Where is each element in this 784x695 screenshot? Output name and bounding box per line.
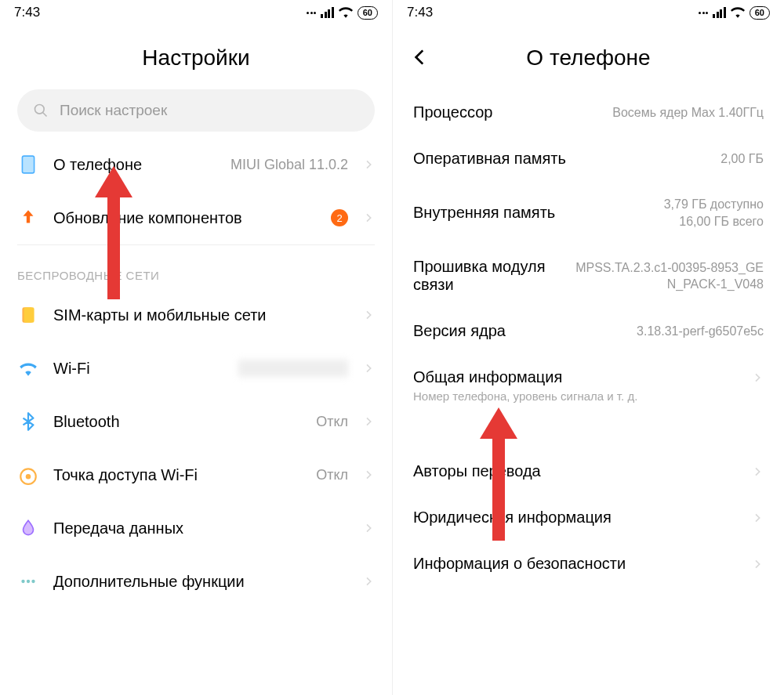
- row-hotspot[interactable]: Точка доступа Wi-Fi Откл: [0, 448, 392, 501]
- svg-rect-4: [24, 307, 34, 323]
- row-label: Прошивка модуля связи: [413, 258, 561, 294]
- chevron-right-icon: [362, 575, 375, 588]
- svg-point-6: [21, 580, 24, 583]
- signal-dots-icon: [699, 12, 708, 14]
- hotspot-icon: [17, 464, 39, 486]
- row-value: MIUI Global 11.0.2: [230, 157, 348, 173]
- row-cpu[interactable]: Процессор Восемь ядер Max 1.40ГГц: [393, 89, 784, 136]
- row-label: Передача данных: [53, 519, 348, 538]
- row-label: Оперативная память: [413, 150, 566, 168]
- row-label: Авторы перевода: [413, 462, 541, 480]
- battery-icon: 60: [750, 6, 770, 20]
- page-header: О телефоне: [393, 25, 784, 89]
- back-button[interactable]: [410, 47, 430, 67]
- chevron-right-icon: [751, 558, 764, 570]
- row-value: 2,00 ГБ: [720, 150, 764, 168]
- badge-count: 2: [331, 209, 348, 226]
- row-label: Информация о безопасности: [413, 555, 626, 573]
- row-update-components[interactable]: Обновление компонентов 2: [0, 191, 392, 244]
- page-title: Настройки: [0, 45, 392, 71]
- row-label: Дополнительные функции: [53, 573, 348, 591]
- page-title: О телефоне: [393, 45, 784, 71]
- row-storage[interactable]: Внутренняя память 3,79 ГБ доступно 16,00…: [393, 182, 784, 244]
- phone-right: 7:43 60 О телефоне Процессор Восемь ядер…: [392, 0, 784, 695]
- row-more[interactable]: Дополнительные функции: [0, 555, 392, 608]
- row-label: Внутренняя память: [413, 204, 555, 222]
- row-value: Восемь ядер Max 1.40ГГц: [612, 104, 764, 121]
- row-label: Версия ядра: [413, 322, 506, 340]
- svg-line-1: [43, 113, 47, 117]
- status-bar: 7:43 60: [0, 0, 392, 25]
- bluetooth-icon: [17, 411, 39, 433]
- row-bluetooth[interactable]: Bluetooth Откл: [0, 395, 392, 448]
- row-label: Общая информация: [413, 368, 743, 386]
- chevron-right-icon: [362, 469, 375, 481]
- svg-point-5: [26, 474, 31, 480]
- row-value: 3,79 ГБ доступно 16,00 ГБ всего: [664, 196, 764, 230]
- svg-point-0: [35, 105, 45, 114]
- status-time: 7:43: [407, 5, 433, 20]
- row-data[interactable]: Передача данных: [0, 501, 392, 555]
- row-translators[interactable]: Авторы перевода: [393, 448, 784, 494]
- wifi-icon: [731, 5, 745, 20]
- row-subtitle: Номер телефона, уровень сигнала и т. д.: [413, 389, 764, 403]
- svg-point-7: [27, 580, 30, 583]
- row-wifi[interactable]: Wi-Fi: [0, 342, 392, 395]
- chevron-right-icon: [362, 362, 375, 375]
- chevron-right-icon: [751, 465, 764, 478]
- status-right: 60: [699, 5, 770, 20]
- row-value: MPSS.TA.2.3.c1-00395-8953_GEN_PACK-1_V04…: [571, 259, 764, 293]
- row-ram[interactable]: Оперативная память 2,00 ГБ: [393, 136, 784, 182]
- wifi-value-redacted: [238, 360, 348, 377]
- sim-icon: [17, 304, 39, 326]
- status-bar: 7:43 60: [393, 0, 784, 25]
- row-kernel[interactable]: Версия ядра 3.18.31-perf-g6507e5c: [393, 308, 784, 354]
- row-value: Откл: [316, 414, 348, 430]
- chevron-right-icon: [362, 309, 375, 321]
- row-about-phone[interactable]: О телефоне MIUI Global 11.0.2: [0, 138, 392, 191]
- chevron-right-icon: [362, 212, 375, 224]
- row-label: Процессор: [413, 103, 492, 121]
- chevron-right-icon: [751, 512, 764, 524]
- chevron-right-icon: [751, 371, 764, 384]
- search-input[interactable]: Поиск настроек: [17, 89, 375, 132]
- svg-point-8: [31, 580, 34, 583]
- row-label: Точка доступа Wi-Fi: [53, 466, 302, 484]
- row-label: Обновление компонентов: [53, 209, 317, 227]
- row-security[interactable]: Информация о безопасности: [393, 541, 784, 587]
- droplet-icon: [17, 517, 39, 539]
- wifi-row-icon: [17, 357, 39, 379]
- row-legal[interactable]: Юридическая информация: [393, 494, 784, 541]
- row-label: Bluetooth: [53, 413, 302, 431]
- status-right: 60: [307, 5, 378, 20]
- chevron-right-icon: [362, 522, 375, 534]
- more-icon: [17, 570, 39, 592]
- signal-bars-icon: [321, 7, 334, 18]
- chevron-right-icon: [362, 158, 375, 171]
- chevron-left-icon: [410, 47, 430, 67]
- row-label: Юридическая информация: [413, 509, 612, 527]
- row-label: Wi-Fi: [53, 360, 224, 378]
- row-general-info[interactable]: Общая информация Номер телефона, уровень…: [393, 354, 784, 417]
- status-time: 7:43: [14, 5, 40, 20]
- section-wireless: БЕСПРОВОДНЫЕ СЕТИ: [0, 245, 392, 288]
- search-placeholder: Поиск настроек: [60, 102, 167, 119]
- row-label: SIM-карты и мобильные сети: [53, 306, 348, 324]
- row-label: О телефоне: [53, 156, 216, 174]
- row-sim[interactable]: SIM-карты и мобильные сети: [0, 288, 392, 342]
- row-value: 3.18.31-perf-g6507e5c: [637, 323, 764, 340]
- chevron-right-icon: [362, 415, 375, 428]
- row-value: Откл: [316, 467, 348, 483]
- update-icon: [17, 207, 39, 229]
- page-header: Настройки: [0, 25, 392, 89]
- phone-left: 7:43 60 Настройки Поиск настроек О телеф…: [0, 0, 392, 695]
- search-icon: [33, 103, 49, 118]
- row-modem[interactable]: Прошивка модуля связи MPSS.TA.2.3.c1-003…: [393, 244, 784, 308]
- wifi-icon: [339, 5, 353, 20]
- signal-dots-icon: [307, 12, 316, 14]
- phone-icon: [17, 154, 39, 176]
- svg-rect-2: [22, 156, 34, 173]
- signal-bars-icon: [713, 7, 726, 18]
- battery-icon: 60: [358, 6, 378, 20]
